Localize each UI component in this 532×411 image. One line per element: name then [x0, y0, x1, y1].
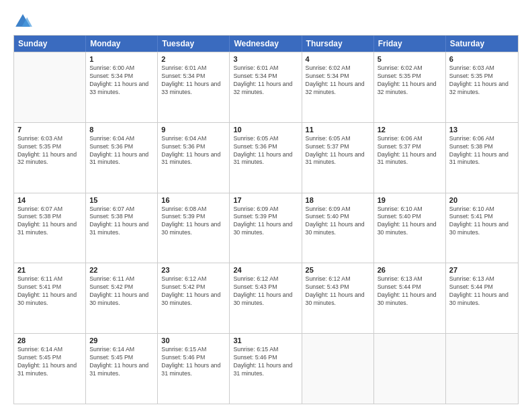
logo — [13, 12, 35, 31]
day-info: Sunrise: 6:13 AMSunset: 5:44 PMDaylight:… — [378, 275, 442, 308]
day-number: 13 — [449, 126, 515, 134]
weekday-header: Monday — [86, 36, 158, 52]
day-info: Sunrise: 6:06 AMSunset: 5:37 PMDaylight:… — [378, 135, 442, 167]
calendar-cell: 14Sunrise: 6:07 AMSunset: 5:38 PMDayligh… — [14, 193, 86, 263]
calendar-cell: 15Sunrise: 6:07 AMSunset: 5:38 PMDayligh… — [86, 193, 158, 263]
day-number: 19 — [378, 196, 442, 204]
day-info: Sunrise: 6:09 AMSunset: 5:40 PMDaylight:… — [306, 205, 370, 238]
calendar-cell: 3Sunrise: 6:01 AMSunset: 5:34 PMDaylight… — [230, 52, 302, 122]
calendar-cell: 18Sunrise: 6:09 AMSunset: 5:40 PMDayligh… — [302, 193, 374, 263]
calendar-cell: 1Sunrise: 6:00 AMSunset: 5:34 PMDaylight… — [86, 52, 158, 122]
day-info: Sunrise: 6:03 AMSunset: 5:35 PMDaylight:… — [17, 135, 82, 167]
day-number: 27 — [449, 266, 515, 274]
calendar-row: 7Sunrise: 6:03 AMSunset: 5:35 PMDaylight… — [14, 122, 518, 193]
calendar-cell: 30Sunrise: 6:15 AMSunset: 5:46 PMDayligh… — [158, 334, 230, 404]
day-info: Sunrise: 6:05 AMSunset: 5:36 PMDaylight:… — [233, 135, 298, 167]
day-info: Sunrise: 6:00 AMSunset: 5:34 PMDaylight:… — [89, 64, 154, 97]
calendar-cell: 23Sunrise: 6:12 AMSunset: 5:42 PMDayligh… — [158, 263, 230, 333]
day-number: 1 — [89, 55, 154, 63]
day-info: Sunrise: 6:08 AMSunset: 5:39 PMDaylight:… — [161, 205, 226, 238]
day-number: 3 — [233, 55, 298, 63]
page: SundayMondayTuesdayWednesdayThursdayFrid… — [0, 0, 532, 411]
weekday-header: Sunday — [14, 36, 86, 52]
weekday-header: Friday — [374, 36, 446, 52]
day-number: 22 — [89, 266, 154, 274]
day-number: 28 — [17, 336, 82, 345]
day-info: Sunrise: 6:10 AMSunset: 5:41 PMDaylight:… — [449, 205, 515, 238]
day-info: Sunrise: 6:14 AMSunset: 5:45 PMDaylight:… — [89, 346, 154, 378]
day-number: 4 — [306, 55, 370, 63]
day-info: Sunrise: 6:11 AMSunset: 5:41 PMDaylight:… — [17, 275, 82, 308]
day-number: 31 — [233, 336, 298, 345]
calendar-cell: 13Sunrise: 6:06 AMSunset: 5:38 PMDayligh… — [446, 123, 518, 193]
day-number: 20 — [449, 196, 515, 204]
calendar-cell: 9Sunrise: 6:04 AMSunset: 5:36 PMDaylight… — [158, 123, 230, 193]
day-info: Sunrise: 6:02 AMSunset: 5:34 PMDaylight:… — [306, 64, 370, 97]
day-info: Sunrise: 6:01 AMSunset: 5:34 PMDaylight:… — [161, 64, 226, 97]
calendar-header: SundayMondayTuesdayWednesdayThursdayFrid… — [14, 36, 518, 52]
weekday-header: Tuesday — [158, 36, 230, 52]
day-info: Sunrise: 6:03 AMSunset: 5:35 PMDaylight:… — [449, 64, 515, 97]
day-number: 7 — [17, 126, 82, 134]
header — [13, 12, 519, 31]
day-number: 24 — [233, 266, 298, 274]
day-number: 9 — [161, 126, 226, 134]
day-info: Sunrise: 6:15 AMSunset: 5:46 PMDaylight:… — [161, 346, 226, 378]
day-info: Sunrise: 6:12 AMSunset: 5:42 PMDaylight:… — [161, 275, 226, 308]
weekday-header: Thursday — [302, 36, 374, 52]
day-info: Sunrise: 6:07 AMSunset: 5:38 PMDaylight:… — [17, 205, 82, 238]
calendar-cell — [14, 52, 86, 122]
day-number: 10 — [233, 126, 298, 134]
day-info: Sunrise: 6:14 AMSunset: 5:45 PMDaylight:… — [17, 346, 82, 378]
calendar-cell: 29Sunrise: 6:14 AMSunset: 5:45 PMDayligh… — [86, 334, 158, 404]
calendar-cell: 12Sunrise: 6:06 AMSunset: 5:37 PMDayligh… — [374, 123, 446, 193]
calendar-row: 1Sunrise: 6:00 AMSunset: 5:34 PMDaylight… — [14, 52, 518, 122]
calendar-cell: 4Sunrise: 6:02 AMSunset: 5:34 PMDaylight… — [302, 52, 374, 122]
calendar-cell: 19Sunrise: 6:10 AMSunset: 5:40 PMDayligh… — [374, 193, 446, 263]
calendar-cell: 28Sunrise: 6:14 AMSunset: 5:45 PMDayligh… — [14, 334, 86, 404]
calendar-cell — [446, 334, 518, 404]
day-number: 2 — [161, 55, 226, 63]
calendar-cell: 27Sunrise: 6:13 AMSunset: 5:44 PMDayligh… — [446, 263, 518, 333]
calendar-cell: 11Sunrise: 6:05 AMSunset: 5:37 PMDayligh… — [302, 123, 374, 193]
day-info: Sunrise: 6:01 AMSunset: 5:34 PMDaylight:… — [233, 64, 298, 97]
calendar-row: 14Sunrise: 6:07 AMSunset: 5:38 PMDayligh… — [14, 193, 518, 263]
calendar-cell: 25Sunrise: 6:12 AMSunset: 5:43 PMDayligh… — [302, 263, 374, 333]
day-number: 23 — [161, 266, 226, 274]
day-number: 30 — [161, 336, 226, 345]
day-number: 6 — [449, 55, 515, 63]
day-info: Sunrise: 6:07 AMSunset: 5:38 PMDaylight:… — [89, 205, 154, 238]
day-info: Sunrise: 6:06 AMSunset: 5:38 PMDaylight:… — [449, 135, 515, 167]
calendar-cell: 2Sunrise: 6:01 AMSunset: 5:34 PMDaylight… — [158, 52, 230, 122]
logo-icon — [13, 12, 32, 31]
day-info: Sunrise: 6:10 AMSunset: 5:40 PMDaylight:… — [378, 205, 442, 238]
calendar-cell: 6Sunrise: 6:03 AMSunset: 5:35 PMDaylight… — [446, 52, 518, 122]
calendar-cell: 16Sunrise: 6:08 AMSunset: 5:39 PMDayligh… — [158, 193, 230, 263]
calendar-cell: 31Sunrise: 6:15 AMSunset: 5:46 PMDayligh… — [230, 334, 302, 404]
calendar-cell: 10Sunrise: 6:05 AMSunset: 5:36 PMDayligh… — [230, 123, 302, 193]
day-info: Sunrise: 6:05 AMSunset: 5:37 PMDaylight:… — [306, 135, 370, 167]
day-number: 15 — [89, 196, 154, 204]
calendar-cell: 17Sunrise: 6:09 AMSunset: 5:39 PMDayligh… — [230, 193, 302, 263]
day-info: Sunrise: 6:02 AMSunset: 5:35 PMDaylight:… — [378, 64, 442, 97]
calendar: SundayMondayTuesdayWednesdayThursdayFrid… — [13, 35, 519, 404]
calendar-body: 1Sunrise: 6:00 AMSunset: 5:34 PMDaylight… — [14, 52, 518, 404]
calendar-cell: 8Sunrise: 6:04 AMSunset: 5:36 PMDaylight… — [86, 123, 158, 193]
day-info: Sunrise: 6:15 AMSunset: 5:46 PMDaylight:… — [233, 346, 298, 378]
day-info: Sunrise: 6:13 AMSunset: 5:44 PMDaylight:… — [449, 275, 515, 308]
day-info: Sunrise: 6:04 AMSunset: 5:36 PMDaylight:… — [161, 135, 226, 167]
day-number: 14 — [17, 196, 82, 204]
day-number: 17 — [233, 196, 298, 204]
day-info: Sunrise: 6:09 AMSunset: 5:39 PMDaylight:… — [233, 205, 298, 238]
day-number: 5 — [378, 55, 442, 63]
day-info: Sunrise: 6:12 AMSunset: 5:43 PMDaylight:… — [233, 275, 298, 308]
weekday-header: Wednesday — [230, 36, 302, 52]
day-number: 8 — [89, 126, 154, 134]
calendar-cell: 20Sunrise: 6:10 AMSunset: 5:41 PMDayligh… — [446, 193, 518, 263]
calendar-row: 21Sunrise: 6:11 AMSunset: 5:41 PMDayligh… — [14, 263, 518, 333]
day-number: 18 — [306, 196, 370, 204]
calendar-cell: 21Sunrise: 6:11 AMSunset: 5:41 PMDayligh… — [14, 263, 86, 333]
day-info: Sunrise: 6:11 AMSunset: 5:42 PMDaylight:… — [89, 275, 154, 308]
day-info: Sunrise: 6:04 AMSunset: 5:36 PMDaylight:… — [89, 135, 154, 167]
calendar-row: 28Sunrise: 6:14 AMSunset: 5:45 PMDayligh… — [14, 333, 518, 404]
